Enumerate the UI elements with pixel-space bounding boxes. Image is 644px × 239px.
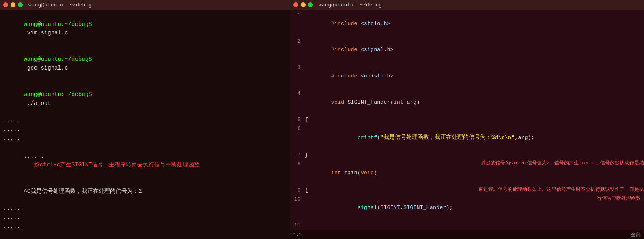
code-line-2: 2 #include <signal.h> — [290, 37, 644, 63]
right-title-bar: wang@ubuntu: ~/debug — [290, 0, 644, 10]
code-line-4: 4 void SIGINT_Hander(int arg) — [290, 89, 644, 115]
terminal-line-1: wang@ubuntu:~/debug$ vim signal.c — [3, 11, 286, 47]
annotation-line8: 捕捉的信号为SIGINT信号值为2，信号的产生CTRL+C，信号的默认动作是结 — [481, 160, 644, 167]
right-window-title: wang@ubuntu: ~/debug — [319, 2, 382, 8]
code-line-9: 9 { 束进程。信号的处理函数如上。这里信号产生时不会执行默认动作了，而是执 — [290, 186, 644, 195]
prompt-user-2: wang@ubuntu:~/debug$ — [24, 56, 92, 62]
minimize-button-right[interactable] — [301, 2, 306, 7]
dots-2: ...... — [3, 126, 286, 134]
code-line-1: 1 #include <stdio.h> — [290, 11, 644, 37]
dots-1: ...... — [3, 117, 286, 126]
annotation-line9: 束进程。信号的处理函数如上。这里信号产生时不会执行默认动作了，而是执 — [478, 186, 644, 193]
status-all: 全部 — [631, 231, 641, 238]
code-line-11: 11 while(1) — [290, 221, 644, 230]
dots-6: ...... — [3, 222, 286, 231]
code-line-6: 6 printf("我是信号处理函数，我正在处理的信号为：%d\r\n",arg… — [290, 124, 644, 151]
prompt-user-3: wang@ubuntu:~/debug$ — [24, 91, 92, 98]
cmd-1: vim signal.c — [24, 30, 68, 36]
dots-5: ...... — [3, 213, 286, 222]
cmd-2: gcc signal.c — [24, 65, 68, 71]
maximize-button-right[interactable] — [308, 2, 313, 7]
maximize-button-left[interactable] — [18, 2, 23, 7]
status-position: 1,1 — [293, 232, 302, 238]
code-line-7: 7 } — [290, 151, 644, 160]
annotation-line-1: ...... 按ctrl+c产生SIGINT信号，主程序转而去执行信号中断处理函… — [3, 143, 286, 178]
code-line-5: 5 { — [290, 115, 644, 124]
signal-line-2: ^C我是信号处理函数，我正在处理的信号为：2 — [3, 231, 286, 239]
dots-4: ...... — [3, 205, 286, 213]
code-line-8: 8 int main(void) 捕捉的信号为SIGINT信号值为2，信号的产生… — [290, 160, 644, 186]
left-terminal-content[interactable]: wang@ubuntu:~/debug$ vim signal.c wang@u… — [0, 10, 290, 239]
dots-3: ...... — [3, 134, 286, 143]
annotation-line10: 行信号中断处理函数 — [597, 195, 644, 202]
left-window-title: wang@ubuntu: ~/debug — [28, 2, 92, 8]
minimize-button-left[interactable] — [11, 2, 15, 7]
left-terminal-panel: wang@ubuntu: ~/debug wang@ubuntu:~/debug… — [0, 0, 290, 239]
editor-status-bar: 1,1 全部 — [290, 230, 644, 239]
code-line-3: 3 #include <unistd.h> — [290, 63, 644, 90]
code-line-10: 10 signal(SIGINT,SIGINT_Hander); 行信号中断处理… — [290, 195, 644, 221]
left-title-bar: wang@ubuntu: ~/debug — [0, 0, 290, 10]
close-button-left[interactable] — [3, 2, 8, 7]
close-button-right[interactable] — [293, 2, 298, 7]
hash-1: # — [331, 21, 334, 27]
cmd-3: ./a.out — [24, 100, 51, 107]
terminal-line-3: wang@ubuntu:~/debug$ ./a.out — [3, 82, 286, 117]
terminal-line-2: wang@ubuntu:~/debug$ gcc signal.c — [3, 47, 286, 82]
annotation-text-1: 按ctrl+c产生SIGINT信号，主程序转而去执行信号中断处理函数 — [24, 162, 200, 168]
right-editor-panel: wang@ubuntu: ~/debug 1 #include <stdio.h… — [290, 0, 644, 239]
prompt-user-1: wang@ubuntu:~/debug$ — [24, 21, 92, 28]
editor-content[interactable]: 1 #include <stdio.h> 2 #include <signal.… — [290, 10, 644, 230]
signal-line-1: ^C我是信号处理函数，我正在处理的信号为：2 — [3, 178, 286, 205]
